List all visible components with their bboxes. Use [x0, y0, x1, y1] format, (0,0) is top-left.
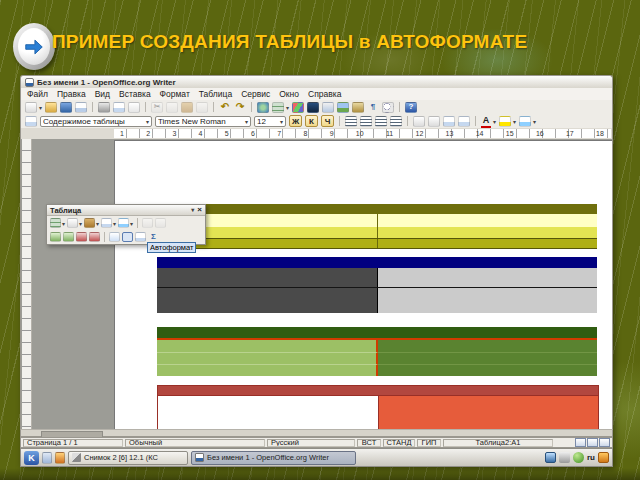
- window-titlebar[interactable]: Без имени 1 - OpenOffice.org Writer: [20, 75, 613, 88]
- table-cell[interactable]: [157, 340, 378, 352]
- clock-tray-icon[interactable]: [598, 452, 609, 463]
- font-color-dropdown-icon[interactable]: ▾: [493, 118, 496, 125]
- table-cell[interactable]: [378, 239, 598, 248]
- numbered-list-icon[interactable]: [413, 116, 425, 127]
- styles-icon[interactable]: [25, 116, 37, 127]
- volume-icon[interactable]: [559, 452, 570, 463]
- display-settings-icon[interactable]: [545, 452, 556, 463]
- new-document-icon[interactable]: [25, 102, 37, 113]
- dropdown-icon[interactable]: ▾: [130, 220, 133, 227]
- insert-row-icon[interactable]: [50, 232, 61, 242]
- data-sources-icon[interactable]: [352, 102, 364, 113]
- keyboard-layout-indicator[interactable]: ru: [587, 453, 595, 462]
- redo-icon[interactable]: ↷: [234, 102, 246, 113]
- single-page-view-icon[interactable]: [575, 438, 586, 447]
- font-color-icon[interactable]: A: [481, 114, 491, 129]
- multi-page-view-icon[interactable]: [587, 438, 598, 447]
- table-cell[interactable]: [157, 288, 378, 313]
- insert-table-icon[interactable]: [272, 102, 284, 113]
- align-right-icon[interactable]: [375, 116, 387, 127]
- table-cell[interactable]: [157, 364, 378, 376]
- line-style-icon[interactable]: [67, 218, 78, 228]
- save-icon[interactable]: [60, 102, 72, 113]
- table-cell[interactable]: [378, 364, 597, 376]
- next-slide-button[interactable]: [13, 23, 55, 70]
- copy-icon[interactable]: [166, 102, 178, 113]
- split-cells-icon[interactable]: [155, 218, 166, 228]
- menu-edit[interactable]: Правка: [57, 89, 86, 99]
- table-properties-icon[interactable]: [135, 232, 146, 242]
- cut-icon[interactable]: ✂: [151, 102, 163, 113]
- dropdown-icon[interactable]: ▾: [96, 220, 99, 227]
- dropdown-icon[interactable]: ▾: [79, 220, 82, 227]
- background-dropdown-icon[interactable]: ▾: [533, 118, 536, 125]
- table-cell[interactable]: [378, 340, 597, 352]
- menu-window[interactable]: Окно: [279, 89, 299, 99]
- border-color-icon[interactable]: [84, 218, 95, 228]
- sum-icon[interactable]: Σ: [148, 232, 159, 242]
- merge-cells-icon[interactable]: [142, 218, 153, 228]
- drawing-functions-icon[interactable]: [292, 102, 304, 113]
- menu-tools[interactable]: Сервис: [241, 89, 270, 99]
- find-replace-icon[interactable]: [307, 102, 319, 113]
- table-cell[interactable]: [378, 268, 598, 287]
- font-name-combo[interactable]: Times New Roman ▾: [155, 116, 251, 127]
- optimize-icon[interactable]: [109, 232, 120, 242]
- table-cell[interactable]: [157, 268, 378, 287]
- klipper-icon[interactable]: [55, 452, 65, 464]
- kmenu-button[interactable]: K: [24, 451, 39, 465]
- increase-indent-icon[interactable]: [458, 116, 470, 127]
- taskbar-item-snapshot[interactable]: Снимок 2 [6] 12.1 (КС: [68, 451, 188, 465]
- menu-view[interactable]: Вид: [95, 89, 110, 99]
- font-size-combo[interactable]: 12 ▾: [254, 116, 286, 127]
- underline-button[interactable]: Ч: [321, 115, 334, 127]
- status-insert-mode[interactable]: ВСТ: [357, 439, 381, 447]
- highlight-dropdown-icon[interactable]: ▾: [513, 118, 516, 125]
- autoformat-table-green[interactable]: [157, 327, 597, 376]
- autoformat-table-yellow[interactable]: [157, 204, 597, 249]
- borders-icon[interactable]: [101, 218, 112, 228]
- table-cell[interactable]: [157, 352, 378, 364]
- table-toolbar-titlebar[interactable]: Таблица ▾ ×: [47, 205, 205, 216]
- menu-table[interactable]: Таблица: [199, 89, 232, 99]
- print-icon[interactable]: [98, 102, 110, 113]
- table-cell[interactable]: [378, 352, 597, 364]
- highlight-color-icon[interactable]: [499, 116, 511, 127]
- close-icon[interactable]: ×: [197, 206, 202, 214]
- table-floating-toolbar[interactable]: Таблица ▾ × ▾ ▾ ▾ ▾ ▾: [46, 204, 206, 245]
- table-cell[interactable]: [158, 396, 379, 429]
- book-view-icon[interactable]: [599, 438, 610, 447]
- delete-column-icon[interactable]: [89, 232, 100, 242]
- horizontal-scrollbar[interactable]: [20, 429, 613, 437]
- dropdown-icon[interactable]: ▾: [113, 220, 116, 227]
- vertical-ruler[interactable]: [22, 139, 32, 429]
- paragraph-style-combo[interactable]: Содержимое таблицы ▾: [40, 116, 152, 127]
- status-language[interactable]: Русский: [267, 439, 355, 447]
- zoom-icon[interactable]: [382, 102, 394, 113]
- bullet-list-icon[interactable]: [428, 116, 440, 127]
- align-left-icon[interactable]: [345, 116, 357, 127]
- autoformat-icon[interactable]: [122, 232, 133, 242]
- table-cell[interactable]: [378, 288, 598, 313]
- table-background-color-icon[interactable]: [118, 218, 129, 228]
- menu-help[interactable]: Справка: [308, 89, 341, 99]
- table-cell[interactable]: [379, 396, 599, 429]
- delete-row-icon[interactable]: [76, 232, 87, 242]
- open-icon[interactable]: [45, 102, 57, 113]
- table-cell[interactable]: [378, 227, 598, 238]
- page-preview-icon[interactable]: [113, 102, 125, 113]
- spellcheck-icon[interactable]: [128, 102, 140, 113]
- toolbar-options-icon[interactable]: ▾: [191, 206, 194, 214]
- undo-icon[interactable]: ↶: [219, 102, 231, 113]
- status-hyperlink-mode[interactable]: ГИП: [417, 439, 441, 447]
- taskbar-item-writer[interactable]: Без имени 1 - OpenOffice.org Writer: [191, 451, 356, 465]
- format-paintbrush-icon[interactable]: [196, 102, 208, 113]
- insert-table-dropdown-icon[interactable]: ▾: [286, 104, 289, 111]
- status-page-style[interactable]: Обычный: [125, 439, 265, 447]
- align-justify-icon[interactable]: [390, 116, 402, 127]
- document-page[interactable]: [114, 140, 612, 429]
- horizontal-ruler[interactable]: 1 2 3 4 5 6 7 8 9 10 11 12 13 14 15 16 1…: [20, 128, 613, 139]
- paste-icon[interactable]: [181, 102, 193, 113]
- bold-button[interactable]: Ж: [289, 115, 302, 127]
- autoformat-table-blue-gray[interactable]: [157, 257, 597, 313]
